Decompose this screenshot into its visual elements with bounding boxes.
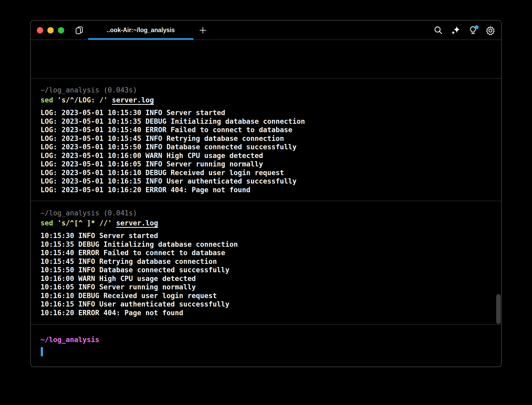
output-line: LOG: 2023-05-01 10:16:00 WARN High CPU u… <box>41 151 305 160</box>
traffic-lights <box>37 27 64 33</box>
close-button[interactable] <box>37 27 43 33</box>
search-icon <box>433 25 443 35</box>
gear-icon <box>485 25 495 35</box>
command-pattern: 's/^/LOG: /' <box>57 96 108 104</box>
text-cursor[interactable] <box>41 347 43 356</box>
output-line: LOG: 2023-05-01 10:16:20 ERROR 404: Page… <box>41 186 305 194</box>
block-separator <box>31 324 501 325</box>
zoom-button[interactable] <box>58 27 64 33</box>
tab-title: ..ook-Air:~/log_analysis <box>107 27 175 34</box>
block1-header: ~/log_analysis (0.043s) <box>41 86 137 95</box>
block2-header: ~/log_analysis (0.041s) <box>41 209 137 218</box>
command-pattern: 's/^[^ ]* //' <box>57 219 112 227</box>
output-line: LOG: 2023-05-01 10:15:30 INFO Server sta… <box>41 108 305 117</box>
block2-command[interactable]: sed's/^[^ ]* //'server.log <box>41 219 158 228</box>
command-program: sed <box>41 96 53 104</box>
block1-output: LOG: 2023-05-01 10:15:30 INFO Server sta… <box>41 108 305 194</box>
ai-assistant-button[interactable] <box>451 25 461 35</box>
scrollbar-thumb[interactable] <box>496 294 501 324</box>
output-line: LOG: 2023-05-01 10:15:50 INFO Database c… <box>41 143 305 151</box>
output-line: 10:16:05 INFO Server running normally <box>41 283 238 292</box>
prompt-path: ~/log_analysis <box>41 335 99 344</box>
active-tab-indicator <box>88 38 193 40</box>
output-line: 10:15:40 ERROR Failed to connect to data… <box>41 249 238 257</box>
toolbar-icons <box>433 21 495 40</box>
ai-sparkle-icon <box>451 25 461 35</box>
output-line: 10:16:15 INFO User authenticated success… <box>41 300 238 309</box>
block1-command[interactable]: sed's/^/LOG: /'server.log <box>41 96 154 105</box>
block-separator <box>31 201 501 201</box>
command-program: sed <box>41 219 53 227</box>
notification-dot <box>475 25 479 29</box>
output-line: LOG: 2023-05-01 10:16:05 INFO Server run… <box>41 160 305 169</box>
desktop: { "window": { "tab_title": "..ook-Air:~/… <box>0 0 532 405</box>
output-line: 10:15:30 INFO Server started <box>41 231 238 240</box>
output-line: 10:16:20 ERROR 404: Page not found <box>41 309 238 317</box>
output-line: 10:15:50 INFO Database connected success… <box>41 266 238 274</box>
minimize-button[interactable] <box>47 27 54 33</box>
output-line: LOG: 2023-05-01 10:15:35 DEBUG Initializ… <box>41 117 305 126</box>
tab-bar: ..ook-Air:~/log_analysis <box>31 21 501 40</box>
output-line: 10:15:35 DEBUG Initializing database con… <box>41 240 238 249</box>
output-line: 10:16:10 DEBUG Received user login reque… <box>41 292 238 300</box>
terminal-window: ..ook-Air:~/log_analysis <box>30 20 502 367</box>
new-tab-button[interactable] <box>199 26 207 34</box>
output-line: LOG: 2023-05-01 10:15:45 INFO Retrying d… <box>41 134 305 143</box>
block-separator <box>31 78 501 79</box>
output-line: 10:15:45 INFO Retrying database connecti… <box>41 257 238 266</box>
output-line: LOG: 2023-05-01 10:16:15 INFO User authe… <box>41 177 305 186</box>
output-line: LOG: 2023-05-01 10:15:40 ERROR Failed to… <box>41 126 305 134</box>
block2-output: 10:15:30 INFO Server started 10:15:35 DE… <box>41 231 238 317</box>
search-button[interactable] <box>433 25 443 35</box>
settings-button[interactable] <box>485 25 495 35</box>
tips-button[interactable] <box>468 25 478 35</box>
command-file-link[interactable]: server.log <box>112 96 154 104</box>
terminal-tab[interactable]: ..ook-Air:~/log_analysis <box>88 21 193 39</box>
output-line: LOG: 2023-05-01 10:16:10 DEBUG Received … <box>41 169 305 177</box>
pages-icon[interactable] <box>74 26 84 35</box>
command-file-link[interactable]: server.log <box>116 219 158 227</box>
output-line: 10:16:00 WARN High CPU usage detected <box>41 274 238 283</box>
